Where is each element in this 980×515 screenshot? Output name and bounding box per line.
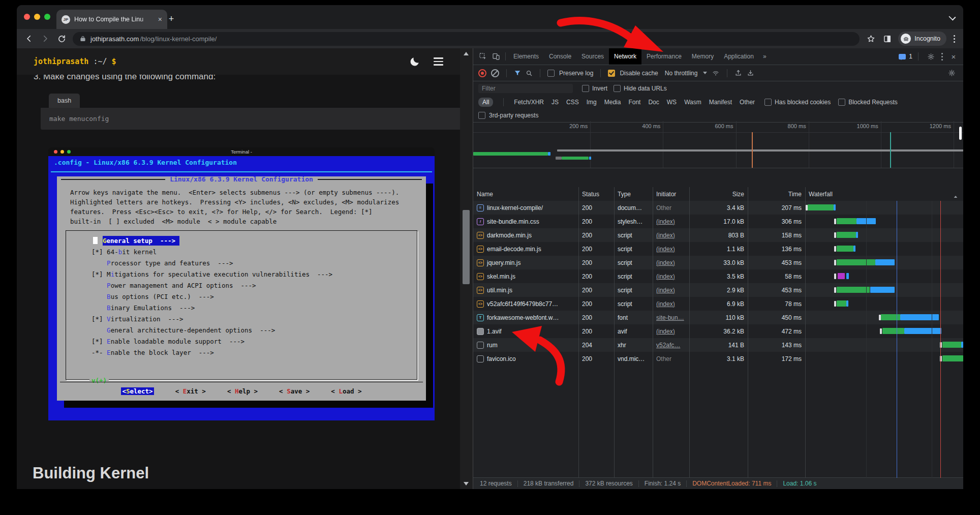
filter-chip-js[interactable]: JS <box>552 99 559 106</box>
network-settings-gear-icon[interactable] <box>945 67 958 80</box>
kconfig-menu-item[interactable]: Binary Emulations ---> <box>66 302 417 314</box>
throttling-dropdown[interactable]: No throttling <box>665 70 698 77</box>
column-header-waterfall[interactable]: Waterfall <box>805 191 963 198</box>
request-name[interactable]: linux-kernel-compile/ <box>487 204 543 211</box>
hide-data-urls-checkbox[interactable] <box>614 85 621 92</box>
request-name[interactable]: forkawesome-webfont.w… <box>487 314 559 321</box>
column-header-type[interactable]: Type <box>614 191 653 198</box>
issues-icon[interactable] <box>899 54 906 59</box>
devtools-close-icon[interactable]: × <box>947 50 960 63</box>
has-blocked-cookies-checkbox[interactable] <box>764 99 772 106</box>
inspect-element-icon[interactable] <box>476 50 489 63</box>
network-overview-timeline[interactable]: 200 ms400 ms600 ms800 ms1000 ms1200 ms <box>473 121 963 168</box>
kconfig-menu-item[interactable]: [*] 64-bit kernel <box>66 247 417 258</box>
network-request-row[interactable]: ≡linux-kernel-compile/200docum…Other3.4 … <box>473 201 963 215</box>
kconfig-menu-item[interactable]: [*] Virtualization ---> <box>66 314 417 325</box>
kconfig-button[interactable]: < Save > <box>279 387 310 395</box>
request-initiator[interactable]: (index) <box>656 259 675 266</box>
request-initiator[interactable]: (index) <box>656 273 675 280</box>
filter-chip-wasm[interactable]: Wasm <box>684 99 701 106</box>
filter-input[interactable]: Filter <box>478 84 573 93</box>
kconfig-menu-item[interactable]: [*] Enable loadable module support ---> <box>66 336 417 347</box>
column-header-time[interactable]: Time <box>748 191 805 198</box>
kconfig-button[interactable]: < Help > <box>227 387 258 395</box>
site-logo-user[interactable]: jothiprasath <box>34 57 88 66</box>
request-initiator[interactable]: (index) <box>656 218 675 225</box>
new-tab-button[interactable]: + <box>165 13 177 25</box>
request-initiator[interactable]: (index) <box>656 328 675 335</box>
request-name[interactable]: rum <box>487 342 498 349</box>
request-initiator[interactable]: (index) <box>656 300 675 308</box>
kconfig-button[interactable]: < Load > <box>331 387 361 395</box>
filter-chip-ws[interactable]: WS <box>667 99 677 106</box>
dark-mode-moon-icon[interactable] <box>409 56 420 67</box>
request-name[interactable]: skel.min.js <box>487 273 515 280</box>
reload-button[interactable] <box>56 34 67 44</box>
kconfig-menu-item[interactable]: -*- Enable the block layer ---> <box>66 347 417 358</box>
devtools-tab-sources[interactable]: Sources <box>576 48 609 65</box>
hamburger-menu-icon[interactable] <box>434 57 443 66</box>
network-conditions-wifi-icon[interactable] <box>712 70 720 77</box>
filter-chip-doc[interactable]: Doc <box>648 99 659 106</box>
filter-chip-font[interactable]: Font <box>628 99 640 106</box>
devtools-menu-icon[interactable] <box>940 52 944 62</box>
filter-chip-all[interactable]: All <box>478 98 493 107</box>
column-header-status[interactable]: Status <box>578 191 614 198</box>
devtools-tab-console[interactable]: Console <box>544 48 576 65</box>
filter-chip-img[interactable]: Img <box>587 99 597 106</box>
request-name[interactable]: site-bundle.min.css <box>487 218 539 225</box>
network-request-row[interactable]: /site-bundle.min.css200stylesh…(index)17… <box>473 215 963 228</box>
network-search-icon[interactable] <box>526 70 533 77</box>
network-request-row[interactable]: <>jquery.min.js200script(index)33.0 kB45… <box>473 256 963 269</box>
tab-search-chevron-icon[interactable] <box>948 13 956 20</box>
tab-close-icon[interactable]: × <box>158 16 162 23</box>
devtools-tab-performance[interactable]: Performance <box>641 48 687 65</box>
kconfig-menu-item[interactable]: [*] Mitigations for speculative executio… <box>66 269 417 280</box>
clear-network-log-icon[interactable] <box>491 69 499 77</box>
network-request-row[interactable]: <>util.min.js200script(index)2.9 kB453 m… <box>473 283 963 297</box>
devtools-tab-memory[interactable]: Memory <box>687 48 719 65</box>
more-panels-chevron[interactable]: » <box>759 53 771 60</box>
request-initiator[interactable]: site-bun… <box>656 314 684 321</box>
filter-chip-other[interactable]: Other <box>740 99 755 106</box>
invert-checkbox[interactable] <box>582 85 589 92</box>
side-panel-icon[interactable] <box>882 34 892 44</box>
devtools-tab-network[interactable]: Network <box>609 48 641 65</box>
minimize-window-button[interactable] <box>34 14 40 20</box>
scroll-down-arrow-icon[interactable] <box>464 482 469 486</box>
kconfig-menu-item[interactable]: General setup ---> <box>66 235 417 247</box>
request-initiator[interactable]: v52afc… <box>656 342 680 349</box>
request-name[interactable]: favicon.ico <box>487 355 516 362</box>
network-request-row[interactable]: rum204xhrv52afc…141 B143 ms <box>473 338 963 352</box>
code-block[interactable]: make menuconfig <box>41 108 463 130</box>
request-initiator[interactable]: (index) <box>656 232 675 239</box>
request-name[interactable]: util.min.js <box>487 287 512 294</box>
network-request-row[interactable]: <>darkmode.min.js200script(index)803 B15… <box>473 228 963 242</box>
request-name[interactable]: darkmode.min.js <box>487 232 532 239</box>
kconfig-menu-item[interactable]: Processor type and features ---> <box>66 258 417 269</box>
filter-chip-media[interactable]: Media <box>604 99 621 106</box>
forward-button[interactable] <box>40 34 50 44</box>
network-request-row[interactable]: Tforkawesome-webfont.w…200fontsite-bun…1… <box>473 311 963 324</box>
overview-scroll-thumb[interactable] <box>959 127 962 140</box>
column-header-name[interactable]: Name <box>473 191 578 198</box>
page-scrollbar-thumb[interactable] <box>463 210 470 284</box>
request-name[interactable]: jquery.min.js <box>487 259 520 266</box>
address-bar[interactable]: jothiprasath.com/blog/linux-kernel-compi… <box>73 32 860 46</box>
scroll-up-arrow-icon[interactable] <box>464 52 469 55</box>
close-window-button[interactable] <box>24 14 30 20</box>
devtools-settings-gear-icon[interactable] <box>924 50 937 63</box>
kconfig-menu-item[interactable]: General architecture-dependent options -… <box>66 325 417 336</box>
filter-funnel-icon[interactable] <box>514 70 521 77</box>
disable-cache-checkbox[interactable] <box>608 70 615 77</box>
column-header-initiator[interactable]: Initiator <box>653 191 689 198</box>
bookmark-star-icon[interactable] <box>866 34 876 44</box>
preserve-log-checkbox[interactable] <box>547 70 555 77</box>
devtools-tab-elements[interactable]: Elements <box>508 48 544 65</box>
request-initiator[interactable]: (index) <box>656 287 675 294</box>
filter-chip-fetch-xhr[interactable]: Fetch/XHR <box>514 99 544 106</box>
kconfig-button[interactable]: < Exit > <box>175 387 206 395</box>
kconfig-menu-item[interactable]: Power management and ACPI options ---> <box>66 280 417 291</box>
request-name[interactable]: email-decode.min.js <box>487 246 541 253</box>
zoom-window-button[interactable] <box>44 14 50 20</box>
